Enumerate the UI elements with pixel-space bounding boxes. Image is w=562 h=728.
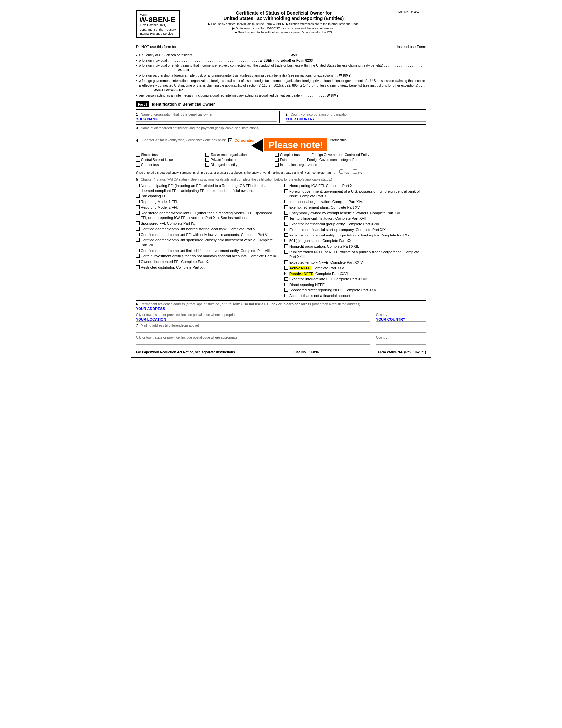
form-ref: W-9 [290, 53, 296, 57]
sponsored-direct-checkbox[interactable] [284, 288, 288, 292]
registered-deemed-checkbox[interactable] [136, 211, 140, 215]
mailing-value[interactable] [136, 328, 426, 333]
title-line1: Certificate of Status of Beneficial Owne… [185, 10, 383, 16]
501c-checkbox[interactable] [284, 239, 288, 242]
row4-number: 4 [136, 138, 138, 142]
row5-header: 5 Chapter 4 Status (FATCA status) (See i… [136, 177, 426, 181]
mailing-city-container: City or town, state or province. Include… [136, 336, 373, 345]
low-value-label: Certified deemed-compliant FFI with only… [141, 232, 270, 237]
nonparticipating-checkbox[interactable] [136, 184, 140, 187]
model2-checkbox[interactable] [136, 205, 140, 209]
exempt-retirement-checkbox[interactable] [284, 205, 288, 209]
corporation-checkbox[interactable] [229, 138, 233, 142]
publicly-traded-checkbox[interactable] [284, 250, 288, 254]
hybrid-yes-checkbox[interactable] [339, 169, 343, 174]
fatca-excepted-group: Excepted nonfinancial group entity. Comp… [284, 222, 426, 227]
city-value[interactable]: YOUR LOCATION [136, 317, 370, 322]
mailing-city-value[interactable] [136, 340, 370, 345]
certain-investment-checkbox[interactable] [136, 254, 140, 258]
passive-nffe-label: Passive NFFE. Complete Part XXVI. [289, 271, 349, 276]
bullet-icon: • [136, 93, 137, 98]
row4: 4 Chapter 3 Status (entity type) (Must c… [136, 137, 426, 174]
header-center: Certificate of Status of Beneficial Owne… [185, 10, 383, 35]
territory-checkbox[interactable] [284, 216, 288, 220]
not-financial-label: Account that is not a financial account. [289, 293, 351, 298]
private-foundation-checkbox[interactable] [205, 158, 209, 162]
simple-trust-label: Simple trust [141, 153, 159, 157]
fatca-left-col: Nonparticipating FFI (including an FFI r… [136, 183, 278, 299]
excepted-territory-checkbox[interactable] [284, 260, 288, 264]
row4-desc: Chapter 3 Status (entity type) (Must che… [143, 138, 226, 142]
row6-desc: Permanent residence address (street, apt… [141, 302, 361, 306]
fatca-sponsored: Sponsored FFI. Complete Part IV. [136, 221, 278, 226]
row6-header: 6 Permanent residence address (street, a… [136, 302, 426, 306]
simple-trust-checkbox[interactable] [136, 153, 140, 157]
row1-container: 1 Name of organization that is the benef… [136, 111, 280, 123]
complex-trust-checkbox[interactable] [275, 153, 279, 157]
excepted-inter-checkbox[interactable] [284, 277, 288, 281]
cb-disregarded-entity: Disregarded entity [205, 163, 272, 167]
row6-number: 6 [136, 302, 138, 306]
country-value[interactable]: YOUR COUNTRY [376, 317, 426, 322]
international-org-checkbox[interactable] [275, 163, 279, 167]
active-nffe-checkbox[interactable] [284, 266, 288, 270]
limited-life-label: Certified deemed-compliant limited life … [141, 248, 272, 253]
owner-documented-checkbox[interactable] [136, 260, 140, 263]
sponsored-checkbox[interactable] [136, 221, 140, 225]
fatca-owner-documented: Owner-documented FFI. Complete Part X. [136, 259, 278, 264]
tax-exempt-label: Tax-exempt organization [211, 153, 247, 157]
country-container: Country YOUR COUNTRY [373, 313, 426, 322]
participating-label: Participating FFI. [141, 194, 168, 199]
row3-desc: Name of disregarded entity receiving the… [141, 126, 259, 130]
restricted-distributor-checkbox[interactable] [136, 265, 140, 269]
row2: 2 Country of incorporation or organizati… [285, 112, 426, 122]
liquidation-checkbox[interactable] [284, 233, 288, 237]
bullet-icon: • [136, 64, 137, 73]
nonreporting-iga-checkbox[interactable] [284, 184, 288, 187]
excepted-inter-label: Excepted inter-affiliate FFI. Complete P… [289, 277, 368, 282]
row2-value[interactable]: YOUR COUNTRY [285, 117, 426, 122]
hybrid-no-checkbox[interactable] [353, 169, 357, 174]
fatca-model2: Reporting Model 2 FFI. [136, 205, 278, 210]
row6-value[interactable]: YOUR ADDRESS [136, 307, 426, 311]
grantor-trust-checkbox[interactable] [136, 163, 140, 167]
tax-exempt-checkbox[interactable] [205, 153, 209, 157]
list-item: • A foreign individual or entity claimin… [136, 64, 426, 73]
disregarded-entity-checkbox[interactable] [205, 163, 209, 167]
partnership-label: Partnership [329, 138, 346, 142]
fatca-sponsored-direct: Sponsored direct reporting NFFE. Complet… [284, 288, 426, 293]
central-bank-checkbox[interactable] [136, 158, 140, 162]
disregarded-entity-label: Disregarded entity [211, 163, 238, 167]
fatca-nonreporting-iga: Nonreporting IGA FFI. Complete Part XII. [284, 183, 426, 188]
fatca-foreign-gov-us: Foreign government, government of a U.S.… [284, 189, 426, 199]
passive-nffe-checkbox[interactable] [284, 272, 288, 275]
row6: 6 Permanent residence address (street, a… [136, 300, 426, 313]
intl-org-checkbox[interactable] [284, 200, 288, 203]
entity-wholly-owned-checkbox[interactable] [284, 211, 288, 215]
direct-reporting-checkbox[interactable] [284, 283, 288, 286]
fatca-participating: Participating FFI. [136, 194, 278, 199]
not-financial-checkbox[interactable] [284, 294, 288, 297]
startup-checkbox[interactable] [284, 228, 288, 231]
participating-checkbox[interactable] [136, 194, 140, 198]
private-foundation-label: Private foundation [211, 158, 238, 162]
closely-held-checkbox[interactable] [136, 238, 140, 242]
row7-city-country: City or town, state or province. Include… [136, 336, 426, 345]
mailing-country-value[interactable] [376, 340, 426, 345]
fatca-nonregistering: Certified deemed-compliant nonregisterin… [136, 227, 278, 232]
excepted-group-checkbox[interactable] [284, 222, 288, 226]
foreign-gov-us-checkbox[interactable] [284, 189, 288, 193]
row3-value[interactable] [136, 131, 426, 135]
hybrid-question-row: If you entered disregarded entity, partn… [136, 168, 426, 174]
row2-number: 2 [285, 112, 287, 116]
form-ref: W-8IMY [326, 94, 338, 97]
nonprofit-checkbox[interactable] [284, 244, 288, 248]
nonregistering-checkbox[interactable] [136, 227, 140, 231]
low-value-checkbox[interactable] [136, 233, 140, 236]
estate-checkbox[interactable] [275, 158, 279, 162]
direct-reporting-label: Direct reporting NFFE. [289, 282, 325, 287]
mailing-city-desc: City or town, state or province. Include… [136, 336, 370, 339]
limited-life-checkbox[interactable] [136, 249, 140, 252]
row1-value[interactable]: YOUR NAME [136, 117, 277, 122]
model1-checkbox[interactable] [136, 200, 140, 203]
